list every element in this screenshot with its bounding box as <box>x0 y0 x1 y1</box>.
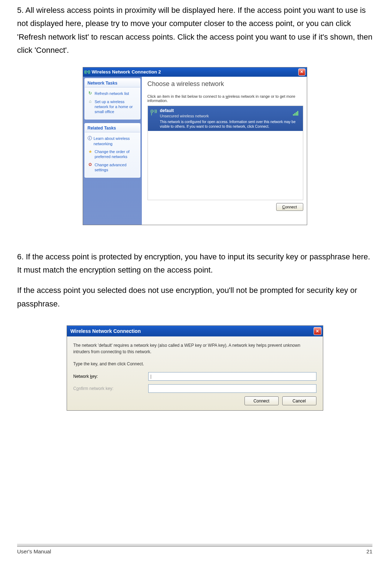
refresh-icon: ↻ <box>88 91 93 96</box>
network-key-label: Network key: <box>73 374 148 379</box>
step6-num: 6. <box>17 252 24 261</box>
network-tasks-panel: Network Tasks ↻ Refresh network list ⌂ S… <box>84 78 140 120</box>
connect-button[interactable]: Connect <box>276 203 303 211</box>
change-order-label: Change the order of preferred networks <box>95 149 137 159</box>
setup-icon: ⌂ <box>88 99 93 105</box>
titlebar2-text: Wireless Network Connection <box>68 328 314 334</box>
network-key-row: Network key: <box>73 372 316 381</box>
step6-paragraph2: If the access point you selected does no… <box>17 284 372 310</box>
network-security: Unsecured wireless network <box>160 114 293 118</box>
titlebar-text: Wireless Network Connection 2 <box>92 69 298 75</box>
key-dialog-text2: Type the key, and then click Connect. <box>73 361 316 366</box>
related-tasks-panel: Related Tasks i Learn about wireless net… <box>84 123 140 178</box>
gear-icon: ✿ <box>88 162 93 168</box>
close-button[interactable]: ✕ <box>298 69 305 76</box>
network-key-input[interactable] <box>148 372 316 381</box>
info-icon: i <box>88 136 92 140</box>
page-footer: User's Manual 21 <box>17 546 372 554</box>
confirm-key-row: Confirm network key: <box>73 384 316 393</box>
setup-wireless-link[interactable]: ⌂ Set up a wireless network for a home o… <box>87 98 138 116</box>
related-tasks-header: Related Tasks <box>85 123 140 132</box>
wifi-icon: ((•)) <box>84 70 91 74</box>
choose-network-heading: Choose a wireless network <box>148 80 303 88</box>
refresh-network-list-link[interactable]: ↻ Refresh network list <box>87 90 138 98</box>
change-adv-label: Change advanced settings <box>95 162 137 173</box>
step5-num: 5. <box>17 6 24 15</box>
setup-label: Set up a wireless network for a home or … <box>95 99 137 115</box>
confirm-key-input[interactable] <box>148 384 316 393</box>
network-list[interactable]: ((•))╵ default Unsecured wireless networ… <box>148 106 303 200</box>
antenna-icon: ((•))╵ <box>150 108 158 129</box>
step5-body: All wireless access points in proximity … <box>17 6 372 55</box>
refresh-label: Refresh network list <box>95 91 129 96</box>
footer-rule <box>17 544 372 544</box>
change-advanced-link[interactable]: ✿ Change advanced settings <box>87 161 138 174</box>
key-dialog-text: The network 'default' requires a network… <box>73 342 316 355</box>
sidebar: Network Tasks ↻ Refresh network list ⌂ S… <box>83 77 142 225</box>
dialog-network-key: Wireless Network Connection ✕ The networ… <box>67 325 323 411</box>
footer-page-number: 21 <box>366 548 372 554</box>
step6-paragraph: 6. If the access point is protected by e… <box>17 250 372 277</box>
close-button2[interactable]: ✕ <box>314 327 321 335</box>
footer-left: User's Manual <box>17 548 51 554</box>
network-item-default[interactable]: ((•))╵ default Unsecured wireless networ… <box>148 106 303 131</box>
step5-paragraph: 5. All wireless access points in proximi… <box>17 4 372 57</box>
star-icon: ★ <box>88 149 93 154</box>
instruction-text: Click an item in the list below to conne… <box>148 94 303 103</box>
connect-button2[interactable]: Connect <box>244 396 279 405</box>
change-order-link[interactable]: ★ Change the order of preferred networks <box>87 148 138 161</box>
signal-bars-icon <box>293 111 301 116</box>
main-pane: Choose a wireless network Click an item … <box>142 77 307 225</box>
network-name: default <box>160 108 293 113</box>
step6-body: If the access point is protected by encr… <box>17 252 370 274</box>
network-description: This network is configured for open acce… <box>160 120 301 129</box>
learn-label: Learn about wireless networking <box>94 136 137 146</box>
dialog-choose-network: ((•)) Wireless Network Connection 2 ✕ Ne… <box>83 67 307 225</box>
titlebar: ((•)) Wireless Network Connection 2 ✕ <box>83 67 307 77</box>
titlebar2: Wireless Network Connection ✕ <box>67 326 323 336</box>
cancel-button[interactable]: Cancel <box>282 396 316 405</box>
network-tasks-header: Network Tasks <box>85 78 140 87</box>
confirm-key-label: Confirm network key: <box>73 386 148 391</box>
learn-wireless-link[interactable]: i Learn about wireless networking <box>87 135 138 148</box>
